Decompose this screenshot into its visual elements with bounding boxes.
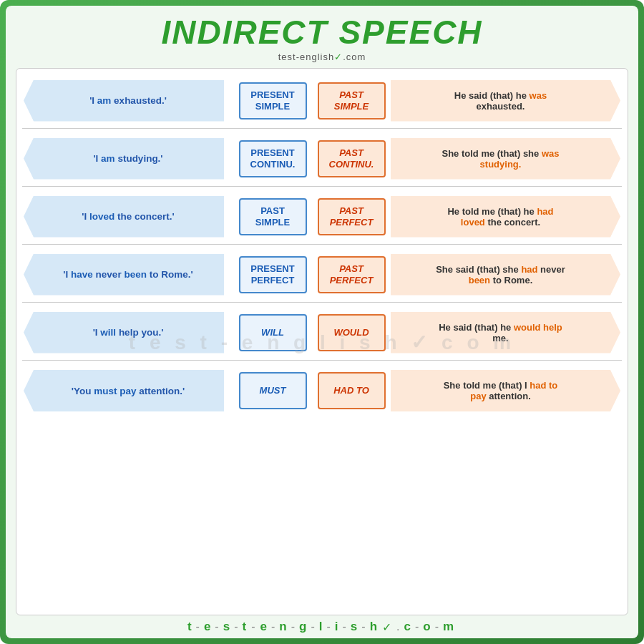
table-row: 'I will help you.' WILL WOULD He said (t… [22, 305, 622, 361]
right-example-text: He said (that) he wasexhausted. [454, 90, 547, 112]
footer-l: l [319, 620, 326, 634]
tense-from-box: MUST [239, 372, 307, 409]
tense-from-col: PRESENTPERFECT [233, 256, 312, 293]
tense-to-col: PASTPERFECT [312, 198, 391, 235]
footer-m: m [443, 620, 457, 634]
footer-h: h [370, 620, 380, 634]
left-example-text: 'I will help you.' [93, 327, 164, 338]
right-example-text: She told me (that) I had topay attention… [444, 380, 558, 401]
left-example-text: 'I loved the concert.' [82, 211, 174, 222]
table-row: 'I am exhausted.' PRESENTSIMPLE PASTSIMP… [22, 73, 622, 129]
left-arrow: 'I loved the concert.' [24, 196, 224, 238]
tense-from-box: PRESENTPERFECT [239, 256, 307, 293]
tense-to-box: HAD TO [318, 372, 386, 409]
right-arrow: She told me (that) I had topay attention… [391, 370, 620, 411]
left-example-text: 'I am studying.' [93, 153, 162, 164]
tense-to-box: PASTCONTINU. [318, 140, 386, 177]
footer-g: g [299, 620, 309, 634]
right-arrow: He told me (that) he hadloved the concer… [391, 196, 620, 238]
footer: t ‑ e ‑ s ‑ t - e ‑ n ‑ g ‑ l ‑ i ‑ s ‑ … [187, 620, 457, 634]
right-arrow: He said (that) he would helpme. [391, 312, 620, 353]
outer-border: INDIRECT SPEECH test‑english✓.com t e s … [0, 0, 644, 644]
tense-to-col: PASTSIMPLE [312, 82, 391, 119]
left-arrow: 'I will help you.' [24, 312, 224, 353]
tense-from-col: PRESENTSIMPLE [233, 82, 312, 119]
left-example-text: 'I am exhausted.' [89, 95, 167, 106]
left-arrow: 'You must pay attention.' [24, 370, 224, 411]
right-example-text: He told me (that) he hadloved the concer… [447, 206, 553, 228]
table-row: 'I loved the concert.' PASTSIMPLE PASTPE… [22, 189, 622, 245]
tense-from-box: PRESENTCONTINU. [239, 140, 307, 177]
tense-to-col: PASTCONTINU. [312, 140, 391, 177]
left-arrow: 'I am exhausted.' [24, 80, 224, 122]
table-row: 'I have never been to Rome.' PRESENTPERF… [22, 247, 622, 303]
footer-s2: s [351, 620, 360, 634]
main-title: INDIRECT SPEECH [161, 13, 482, 52]
right-arrow: She told me (that) she wasstudying. [391, 138, 620, 180]
inner-bg: INDIRECT SPEECH test‑english✓.com t e s … [6, 6, 638, 638]
tense-from-col: MUST [233, 372, 312, 409]
footer-i: i [335, 620, 341, 634]
tense-to-col: HAD TO [312, 372, 391, 409]
tense-from-box: PRESENTSIMPLE [239, 82, 307, 119]
tense-from-col: WILL [233, 314, 312, 351]
tense-to-col: WOULD [312, 314, 391, 351]
footer-c: c [404, 620, 413, 634]
table-row: 'I am studying.' PRESENTCONTINU. PASTCON… [22, 131, 622, 187]
footer-t: t [187, 620, 195, 634]
right-example-text: He said (that) he would helpme. [439, 322, 562, 343]
subtitle: test‑english✓.com [278, 52, 366, 62]
left-arrow: 'I am studying.' [24, 138, 224, 180]
footer-e: e [204, 620, 213, 634]
tense-to-col: PASTPERFECT [312, 256, 391, 293]
footer-e2: e [260, 620, 269, 634]
tense-to-box: WOULD [318, 314, 386, 351]
right-example-text: She told me (that) she wasstudying. [442, 148, 560, 170]
footer-o: o [423, 620, 433, 634]
tense-from-box: WILL [239, 314, 307, 351]
footer-check-icon: ✓ [382, 620, 394, 634]
tense-from-col: PRESENTCONTINU. [233, 140, 312, 177]
footer-t2: t [242, 620, 249, 634]
tense-to-box: PASTPERFECT [318, 198, 386, 235]
footer-n: n [279, 620, 289, 634]
tense-from-box: PASTSIMPLE [239, 198, 307, 235]
table-container: t e s t - e n g l i s h ✓ c o m 'I am ex… [16, 68, 628, 615]
right-arrow: He said (that) he wasexhausted. [391, 80, 620, 122]
tense-to-box: PASTSIMPLE [318, 82, 386, 119]
left-example-text: 'I have never been to Rome.' [63, 269, 192, 280]
subtitle-text: test‑english✓.com [278, 52, 366, 62]
left-arrow: 'I have never been to Rome.' [24, 254, 224, 296]
tense-from-col: PASTSIMPLE [233, 198, 312, 235]
check-icon: ✓ [334, 52, 343, 62]
left-example-text: 'You must pay attention.' [72, 386, 185, 396]
right-example-text: She said (that) she had neverbeen to Rom… [436, 264, 565, 286]
right-arrow: She said (that) she had neverbeen to Rom… [391, 254, 620, 296]
table-row: 'You must pay attention.' MUST HAD TO Sh… [22, 363, 622, 419]
tense-to-box: PASTPERFECT [318, 256, 386, 293]
footer-s: s [223, 620, 233, 634]
